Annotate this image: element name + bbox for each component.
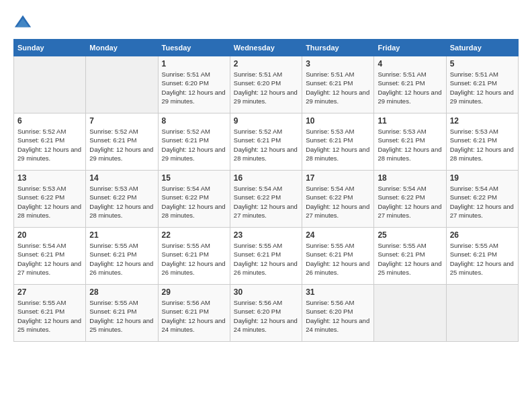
day-detail: Sunrise: 5:52 AM Sunset: 6:21 PM Dayligh… <box>234 127 298 163</box>
day-number: 2 <box>234 59 298 68</box>
day-detail: Sunrise: 5:54 AM Sunset: 6:22 PM Dayligh… <box>162 184 226 220</box>
calendar-cell: 7Sunrise: 5:52 AM Sunset: 6:21 PM Daylig… <box>86 113 158 171</box>
calendar-cell: 8Sunrise: 5:52 AM Sunset: 6:21 PM Daylig… <box>158 113 230 171</box>
day-number: 19 <box>450 173 515 183</box>
day-detail: Sunrise: 5:53 AM Sunset: 6:21 PM Dayligh… <box>450 127 515 163</box>
day-detail: Sunrise: 5:55 AM Sunset: 6:21 PM Dayligh… <box>234 241 298 277</box>
day-number: 8 <box>162 116 226 126</box>
calendar-header: SundayMondayTuesdayWednesdayThursdayFrid… <box>14 40 519 56</box>
day-detail: Sunrise: 5:55 AM Sunset: 6:21 PM Dayligh… <box>450 241 515 277</box>
day-number: 27 <box>17 287 82 297</box>
day-detail: Sunrise: 5:53 AM Sunset: 6:21 PM Dayligh… <box>306 127 370 163</box>
day-detail: Sunrise: 5:56 AM Sunset: 6:21 PM Dayligh… <box>162 298 226 334</box>
day-detail: Sunrise: 5:55 AM Sunset: 6:21 PM Dayligh… <box>89 241 154 277</box>
day-detail: Sunrise: 5:51 AM Sunset: 6:21 PM Dayligh… <box>450 70 515 105</box>
day-number: 21 <box>89 230 154 240</box>
day-detail: Sunrise: 5:55 AM Sunset: 6:21 PM Dayligh… <box>306 241 370 277</box>
day-detail: Sunrise: 5:56 AM Sunset: 6:20 PM Dayligh… <box>234 298 298 334</box>
day-number: 6 <box>17 116 82 126</box>
day-number: 25 <box>378 230 442 240</box>
day-number: 13 <box>17 173 82 183</box>
day-detail: Sunrise: 5:53 AM Sunset: 6:22 PM Dayligh… <box>89 184 154 220</box>
day-number: 3 <box>306 59 370 68</box>
day-of-week-header: Tuesday <box>158 40 230 56</box>
day-number: 15 <box>162 173 226 183</box>
calendar-cell: 26Sunrise: 5:55 AM Sunset: 6:21 PM Dayli… <box>446 228 518 285</box>
day-detail: Sunrise: 5:51 AM Sunset: 6:21 PM Dayligh… <box>306 70 370 105</box>
day-of-week-header: Thursday <box>302 40 374 56</box>
day-detail: Sunrise: 5:55 AM Sunset: 6:21 PM Dayligh… <box>378 241 442 277</box>
day-number: 9 <box>234 116 298 126</box>
day-detail: Sunrise: 5:54 AM Sunset: 6:22 PM Dayligh… <box>378 184 442 220</box>
logo-icon <box>13 13 32 32</box>
calendar-cell: 12Sunrise: 5:53 AM Sunset: 6:21 PM Dayli… <box>446 113 518 171</box>
day-number: 18 <box>378 173 442 183</box>
calendar-cell: 1Sunrise: 5:51 AM Sunset: 6:20 PM Daylig… <box>158 56 230 113</box>
calendar-cell: 10Sunrise: 5:53 AM Sunset: 6:21 PM Dayli… <box>302 113 374 171</box>
day-detail: Sunrise: 5:55 AM Sunset: 6:21 PM Dayligh… <box>89 298 154 334</box>
day-detail: Sunrise: 5:54 AM Sunset: 6:22 PM Dayligh… <box>234 184 298 220</box>
calendar-week-row: 6Sunrise: 5:52 AM Sunset: 6:21 PM Daylig… <box>14 113 519 171</box>
day-detail: Sunrise: 5:53 AM Sunset: 6:21 PM Dayligh… <box>378 127 442 163</box>
day-detail: Sunrise: 5:51 AM Sunset: 6:20 PM Dayligh… <box>234 70 298 105</box>
calendar-cell: 15Sunrise: 5:54 AM Sunset: 6:22 PM Dayli… <box>158 171 230 228</box>
calendar-cell: 30Sunrise: 5:56 AM Sunset: 6:20 PM Dayli… <box>230 285 302 342</box>
day-number: 17 <box>306 173 370 183</box>
calendar-cell: 16Sunrise: 5:54 AM Sunset: 6:22 PM Dayli… <box>230 171 302 228</box>
day-detail: Sunrise: 5:56 AM Sunset: 6:20 PM Dayligh… <box>306 298 370 334</box>
day-number: 16 <box>234 173 298 183</box>
calendar-cell <box>14 56 86 113</box>
calendar-cell <box>86 56 158 113</box>
calendar-cell: 11Sunrise: 5:53 AM Sunset: 6:21 PM Dayli… <box>374 113 446 171</box>
day-of-week-header: Friday <box>374 40 446 56</box>
day-detail: Sunrise: 5:55 AM Sunset: 6:21 PM Dayligh… <box>17 298 82 334</box>
day-number: 12 <box>450 116 515 126</box>
calendar-week-row: 27Sunrise: 5:55 AM Sunset: 6:21 PM Dayli… <box>14 285 519 342</box>
day-number: 7 <box>89 116 154 126</box>
calendar-week-row: 13Sunrise: 5:53 AM Sunset: 6:22 PM Dayli… <box>14 171 519 228</box>
day-detail: Sunrise: 5:52 AM Sunset: 6:21 PM Dayligh… <box>162 127 226 163</box>
day-number: 31 <box>306 287 370 297</box>
calendar-cell: 18Sunrise: 5:54 AM Sunset: 6:22 PM Dayli… <box>374 171 446 228</box>
calendar-cell: 23Sunrise: 5:55 AM Sunset: 6:21 PM Dayli… <box>230 228 302 285</box>
calendar-week-row: 20Sunrise: 5:54 AM Sunset: 6:21 PM Dayli… <box>14 228 519 285</box>
day-number: 23 <box>234 230 298 240</box>
calendar-cell: 17Sunrise: 5:54 AM Sunset: 6:22 PM Dayli… <box>302 171 374 228</box>
calendar-cell: 19Sunrise: 5:54 AM Sunset: 6:22 PM Dayli… <box>446 171 518 228</box>
day-detail: Sunrise: 5:55 AM Sunset: 6:21 PM Dayligh… <box>162 241 226 277</box>
calendar-week-row: 1Sunrise: 5:51 AM Sunset: 6:20 PM Daylig… <box>14 56 519 113</box>
day-number: 20 <box>17 230 82 240</box>
calendar-cell: 5Sunrise: 5:51 AM Sunset: 6:21 PM Daylig… <box>446 56 518 113</box>
day-detail: Sunrise: 5:54 AM Sunset: 6:22 PM Dayligh… <box>306 184 370 220</box>
calendar-table: SundayMondayTuesdayWednesdayThursdayFrid… <box>13 39 519 342</box>
page-header <box>13 13 519 32</box>
calendar-cell: 4Sunrise: 5:51 AM Sunset: 6:21 PM Daylig… <box>374 56 446 113</box>
day-number: 10 <box>306 116 370 126</box>
calendar-cell: 27Sunrise: 5:55 AM Sunset: 6:21 PM Dayli… <box>14 285 86 342</box>
calendar-cell: 3Sunrise: 5:51 AM Sunset: 6:21 PM Daylig… <box>302 56 374 113</box>
calendar-cell: 24Sunrise: 5:55 AM Sunset: 6:21 PM Dayli… <box>302 228 374 285</box>
calendar-cell <box>446 285 518 342</box>
day-number: 5 <box>450 59 515 68</box>
day-number: 24 <box>306 230 370 240</box>
day-number: 26 <box>450 230 515 240</box>
calendar-cell: 6Sunrise: 5:52 AM Sunset: 6:21 PM Daylig… <box>14 113 86 171</box>
day-number: 22 <box>162 230 226 240</box>
day-number: 4 <box>378 59 442 68</box>
calendar-cell: 14Sunrise: 5:53 AM Sunset: 6:22 PM Dayli… <box>86 171 158 228</box>
calendar-cell: 20Sunrise: 5:54 AM Sunset: 6:21 PM Dayli… <box>14 228 86 285</box>
day-number: 30 <box>234 287 298 297</box>
calendar-cell: 9Sunrise: 5:52 AM Sunset: 6:21 PM Daylig… <box>230 113 302 171</box>
calendar-cell: 22Sunrise: 5:55 AM Sunset: 6:21 PM Dayli… <box>158 228 230 285</box>
day-detail: Sunrise: 5:53 AM Sunset: 6:22 PM Dayligh… <box>17 184 82 220</box>
day-number: 28 <box>89 287 154 297</box>
day-detail: Sunrise: 5:51 AM Sunset: 6:20 PM Dayligh… <box>162 70 226 105</box>
day-number: 1 <box>162 59 226 68</box>
calendar-cell: 31Sunrise: 5:56 AM Sunset: 6:20 PM Dayli… <box>302 285 374 342</box>
day-detail: Sunrise: 5:51 AM Sunset: 6:21 PM Dayligh… <box>378 70 442 105</box>
calendar-body: 1Sunrise: 5:51 AM Sunset: 6:20 PM Daylig… <box>14 56 519 342</box>
day-number: 29 <box>162 287 226 297</box>
day-number: 11 <box>378 116 442 126</box>
calendar-cell: 21Sunrise: 5:55 AM Sunset: 6:21 PM Dayli… <box>86 228 158 285</box>
calendar-cell: 25Sunrise: 5:55 AM Sunset: 6:21 PM Dayli… <box>374 228 446 285</box>
